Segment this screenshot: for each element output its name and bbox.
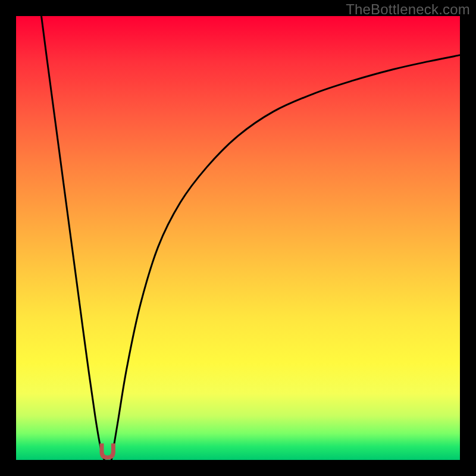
watermark-text: TheBottleneck.com <box>346 1 470 18</box>
curve-minimum-marker <box>102 443 113 458</box>
chart-svg <box>16 16 460 460</box>
curve-right-branch <box>111 55 460 460</box>
curve-left-branch <box>42 16 105 460</box>
plot-area <box>16 16 460 460</box>
